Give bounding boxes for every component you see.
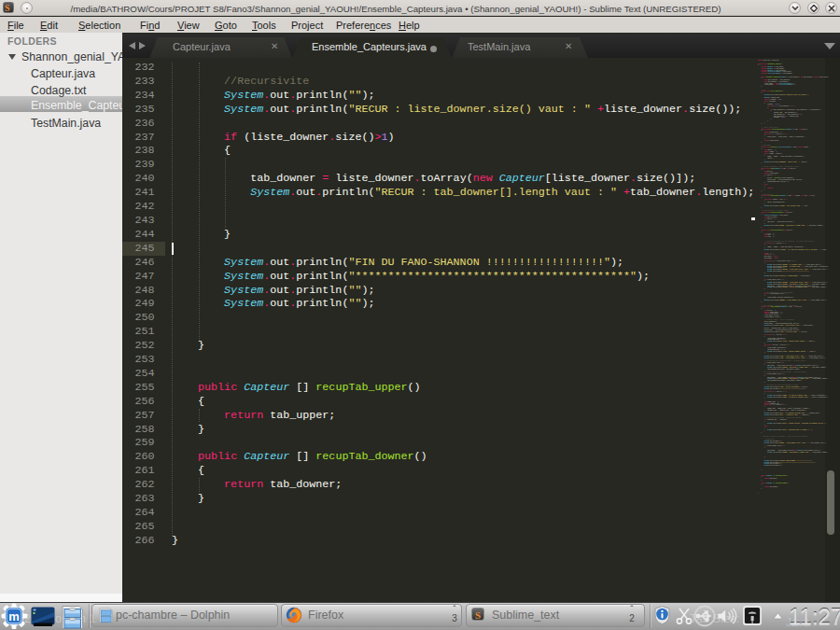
- svg-text:m: m: [8, 609, 20, 623]
